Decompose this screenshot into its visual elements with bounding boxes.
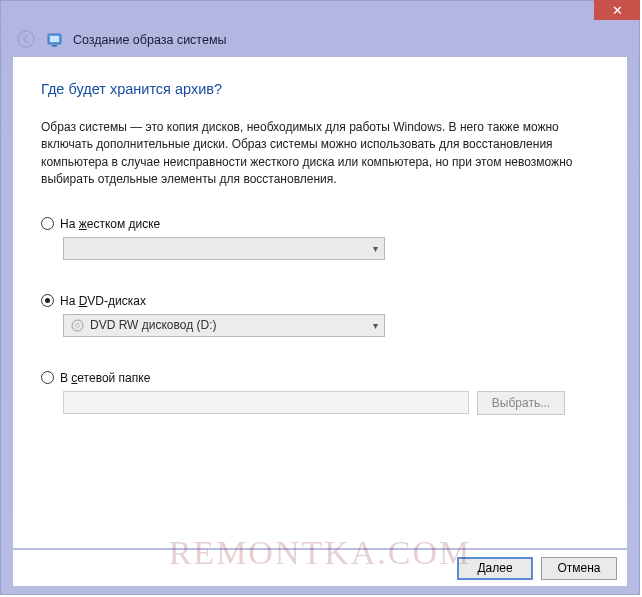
radio-row-dvd[interactable]: На DVD-дисках bbox=[41, 294, 599, 308]
header: Создание образа системы bbox=[1, 23, 639, 57]
cancel-button[interactable]: Отмена bbox=[541, 557, 617, 580]
wizard-window: ✕ Создание образа системы Где будет хран… bbox=[0, 0, 640, 595]
radio-dvd[interactable] bbox=[41, 294, 54, 307]
radio-hdd[interactable] bbox=[41, 217, 54, 230]
close-button[interactable]: ✕ bbox=[594, 0, 640, 20]
page-description: Образ системы — это копия дисков, необхо… bbox=[41, 119, 599, 189]
back-arrow-icon bbox=[17, 30, 35, 51]
browse-button: Выбрать... bbox=[477, 391, 565, 415]
radio-network-label: В сетевой папке bbox=[60, 371, 150, 385]
dvd-combo[interactable]: DVD RW дисковод (D:) ▾ bbox=[63, 314, 385, 337]
close-icon: ✕ bbox=[612, 3, 623, 18]
chevron-down-icon: ▾ bbox=[373, 320, 378, 331]
radio-dvd-label: На DVD-дисках bbox=[60, 294, 146, 308]
window-title: Создание образа системы bbox=[73, 33, 226, 47]
app-icon bbox=[47, 32, 63, 48]
titlebar: ✕ bbox=[1, 1, 639, 23]
disc-icon bbox=[70, 318, 84, 332]
radio-network[interactable] bbox=[41, 371, 54, 384]
footer: Далее Отмена bbox=[13, 550, 627, 586]
option-dvd: На DVD-дисках DVD RW дисковод (D:) ▾ bbox=[41, 294, 599, 337]
content-panel: Где будет хранится архив? Образ системы … bbox=[13, 57, 627, 548]
svg-rect-2 bbox=[50, 36, 59, 42]
radio-row-hdd[interactable]: На жестком диске bbox=[41, 217, 599, 231]
next-button-label: Далее bbox=[477, 561, 512, 575]
chevron-down-icon: ▾ bbox=[373, 243, 378, 254]
back-button[interactable] bbox=[15, 29, 37, 51]
svg-point-5 bbox=[75, 323, 78, 326]
option-hdd: На жестком диске ▾ bbox=[41, 217, 599, 260]
radio-hdd-label: На жестком диске bbox=[60, 217, 160, 231]
cancel-button-label: Отмена bbox=[557, 561, 600, 575]
svg-rect-3 bbox=[52, 45, 57, 47]
page-heading: Где будет хранится архив? bbox=[41, 81, 599, 97]
dvd-combo-value: DVD RW дисковод (D:) bbox=[90, 318, 217, 332]
network-path-input bbox=[63, 391, 469, 414]
radio-row-network[interactable]: В сетевой папке bbox=[41, 371, 599, 385]
option-network: В сетевой папке Выбрать... bbox=[41, 371, 599, 415]
svg-point-0 bbox=[18, 31, 34, 47]
browse-button-label: Выбрать... bbox=[492, 396, 550, 410]
next-button[interactable]: Далее bbox=[457, 557, 533, 580]
hdd-combo: ▾ bbox=[63, 237, 385, 260]
